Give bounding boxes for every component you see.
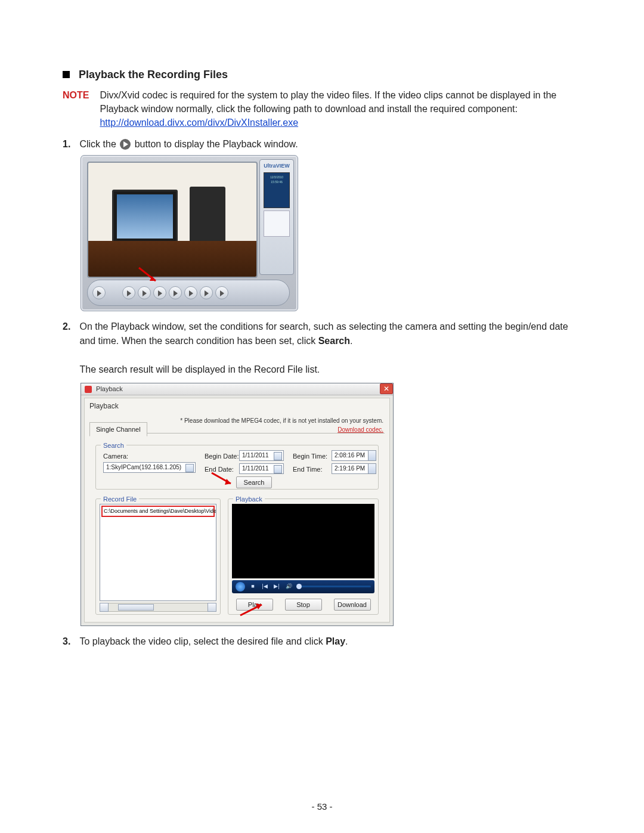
end-date-dropdown[interactable]: 1/11/2011 xyxy=(239,463,284,474)
play-bold: Play xyxy=(326,636,345,646)
prev-icon[interactable]: |◀ xyxy=(261,583,269,591)
section-heading: Playback the Recording Files xyxy=(63,69,581,81)
playback-fieldset: Playback ■ |◀ ▶| 🔊 Play Stop xyxy=(228,498,379,615)
horizontal-scrollbar[interactable] xyxy=(100,603,216,612)
volume-icon[interactable]: 🔊 xyxy=(284,583,293,591)
dialog-title: Playback xyxy=(96,385,123,392)
bullet-icon xyxy=(63,71,70,78)
step-1-body: Click the button to display the Playback… xyxy=(79,137,577,151)
camera-feed xyxy=(87,162,258,278)
desk-shape xyxy=(88,241,256,277)
begin-time-spinner[interactable]: 2:08:16 PM xyxy=(332,450,376,461)
playback-button[interactable] xyxy=(153,286,166,299)
begin-date-value: 1/11/2011 xyxy=(242,451,269,460)
timestamp-date: 12/3/2010 xyxy=(264,175,289,180)
page-number: - 53 - xyxy=(0,801,644,812)
step1-before: Click the xyxy=(79,139,116,149)
control-button[interactable] xyxy=(92,286,106,299)
callout-arrow-icon xyxy=(238,600,268,618)
begin-time-value: 2:08:16 PM xyxy=(335,451,365,460)
step-2-body: On the Playback window, set the conditio… xyxy=(79,320,577,377)
begin-date-label: Begin Date: xyxy=(205,451,239,462)
playback-header: Playback xyxy=(89,401,119,411)
step1-after: button to display the Playback window. xyxy=(135,139,298,149)
step-1: 1. Click the button to display the Playb… xyxy=(63,137,581,311)
close-button[interactable]: ✕ xyxy=(380,383,393,394)
callout-arrow-icon xyxy=(210,470,237,487)
video-preview xyxy=(232,504,374,578)
camera-list-panel xyxy=(264,210,290,237)
step-1-number: 1. xyxy=(63,137,77,151)
camera-dropdown[interactable]: 1:SkyIPCam(192.168.1.205) xyxy=(103,462,196,473)
ultraview-sidebar: UltraVIEW 12/3/2010 15:59:46 xyxy=(259,159,294,275)
step2-line2: The search result will be displayed in t… xyxy=(79,364,320,374)
app-icon xyxy=(85,386,92,393)
ultraview-logo: UltraVIEW xyxy=(260,162,293,171)
playback-legend: Playback xyxy=(233,494,265,504)
playback-dialog-screenshot: Playback ✕ Playback * Please download th… xyxy=(80,383,394,626)
search-fieldset: Search Camera: 1:SkyIPCam(192.168.1.205)… xyxy=(95,445,379,490)
ultraview-screenshot: UltraVIEW 12/3/2010 15:59:46 xyxy=(80,155,298,311)
dialog-titlebar: Playback ✕ xyxy=(81,383,393,395)
control-button[interactable] xyxy=(169,286,182,299)
search-legend: Search xyxy=(101,441,126,451)
scroll-right-button[interactable] xyxy=(208,603,216,612)
seek-slider[interactable] xyxy=(296,586,371,587)
end-time-label: End Time: xyxy=(293,465,323,475)
search-button[interactable]: Search xyxy=(236,476,272,488)
end-time-value: 2:19:16 PM xyxy=(335,464,365,473)
control-button[interactable] xyxy=(122,286,135,299)
heading-text: Playback the Recording Files xyxy=(79,69,228,80)
step-2: 2. On the Playback window, set the condi… xyxy=(63,320,581,626)
stop-button[interactable]: Stop xyxy=(285,599,322,611)
step-3-number: 3. xyxy=(63,634,77,649)
download-codec-link[interactable]: Download codec. xyxy=(338,426,383,433)
camera-value: 1:SkyIPCam(192.168.1.205) xyxy=(106,463,181,472)
record-file-fieldset: Record File C:\Documents and Settings\Da… xyxy=(95,498,221,615)
ultraview-control-bar xyxy=(87,280,290,306)
codec-note: * Please download the MPEG4 codec, if it… xyxy=(157,416,383,434)
step-3: 3. To playback the video clip, select th… xyxy=(63,634,581,649)
control-button[interactable] xyxy=(215,286,228,299)
single-channel-tab[interactable]: Single Channel xyxy=(89,422,147,437)
play-icon[interactable] xyxy=(236,582,245,592)
step2-text-c: . xyxy=(350,336,352,346)
pc-tower-icon xyxy=(190,187,225,249)
note-body: Divx/Xvid codec is required for the syst… xyxy=(100,88,577,130)
stop-icon[interactable]: ■ xyxy=(249,583,257,591)
step3-c: . xyxy=(345,636,348,646)
record-file-highlighted[interactable]: C:\Documents and Settings\Dave\Desktop\V… xyxy=(101,506,215,518)
record-file-legend: Record File xyxy=(101,494,139,504)
control-button[interactable] xyxy=(200,286,213,299)
end-date-value: 1/11/2011 xyxy=(242,464,269,473)
search-bold: Search xyxy=(318,336,350,346)
scroll-thumb[interactable] xyxy=(118,604,154,611)
codec-note-text: * Please download the MPEG4 codec, if it… xyxy=(180,417,383,424)
note-text: Divx/Xvid codec is required for the syst… xyxy=(100,90,556,114)
monitor-icon xyxy=(112,190,178,243)
next-icon[interactable]: ▶| xyxy=(273,583,281,591)
play-icon xyxy=(120,139,131,150)
record-file-list[interactable]: C:\Documents and Settings\Dave\Desktop\V… xyxy=(100,504,216,601)
control-button[interactable] xyxy=(184,286,197,299)
end-time-spinner[interactable]: 2:19:16 PM xyxy=(332,463,376,474)
begin-date-dropdown[interactable]: 1/11/2011 xyxy=(239,450,284,461)
note-block: NOTE Divx/Xvid codec is required for the… xyxy=(63,88,581,130)
media-control-bar: ■ |◀ ▶| 🔊 xyxy=(232,580,374,593)
step-3-body: To playback the video clip, select the d… xyxy=(79,634,577,649)
callout-arrow-icon xyxy=(138,267,162,284)
camera-label: Camera: xyxy=(103,451,128,462)
begin-time-label: Begin Time: xyxy=(293,451,327,462)
control-button[interactable] xyxy=(138,286,151,299)
step3-a: To playback the video clip, select the d… xyxy=(79,636,326,646)
divx-link[interactable]: http://download.divx.com/divx/DivXInstal… xyxy=(100,117,298,128)
step-2-number: 2. xyxy=(63,320,77,334)
download-button[interactable]: Download xyxy=(334,599,371,611)
timestamp-time: 15:59:46 xyxy=(264,180,289,185)
scroll-left-button[interactable] xyxy=(100,603,109,612)
note-label: NOTE xyxy=(63,88,97,102)
timestamp-panel: 12/3/2010 15:59:46 xyxy=(264,172,290,208)
